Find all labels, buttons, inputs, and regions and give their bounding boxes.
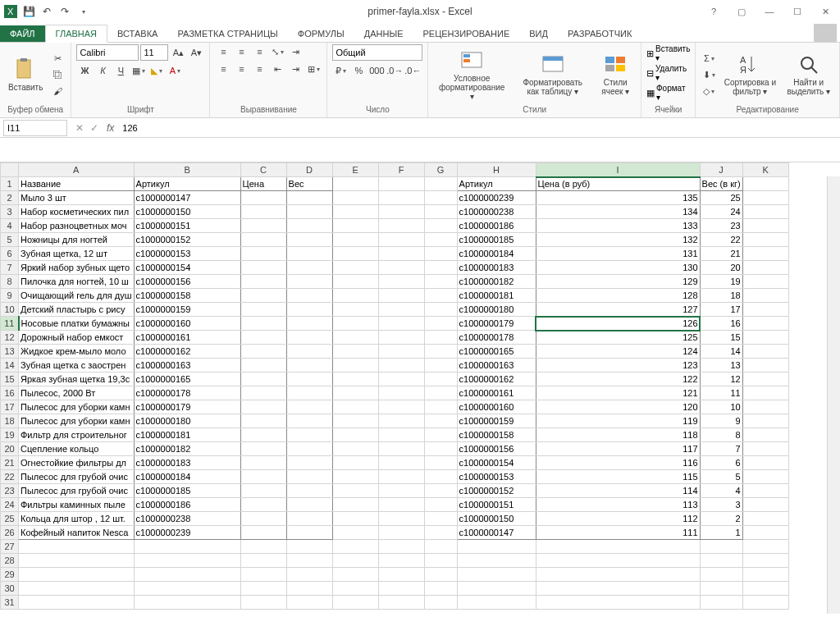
cell-B23[interactable]: с1000000185: [134, 484, 240, 498]
cell-A16[interactable]: Пылесос, 2000 Вт: [19, 386, 135, 400]
cell-C23[interactable]: [240, 484, 286, 498]
cell-A8[interactable]: Пилочка для ногтей, 10 ш: [19, 275, 135, 289]
col-header-B[interactable]: B: [134, 163, 240, 177]
cell-G11[interactable]: [424, 317, 457, 331]
name-box[interactable]: [3, 120, 67, 136]
cell-G14[interactable]: [424, 359, 457, 373]
row-header-4[interactable]: 4: [1, 219, 19, 233]
save-icon[interactable]: 💾: [21, 4, 36, 19]
row-header-26[interactable]: 26: [1, 526, 19, 540]
cell-E8[interactable]: [332, 275, 378, 289]
cell-H14[interactable]: с1000000163: [457, 359, 536, 373]
fx-icon[interactable]: fx: [107, 122, 119, 134]
cell-K7[interactable]: [742, 261, 788, 275]
align-bottom-icon[interactable]: ≡: [251, 44, 267, 59]
cell-I1[interactable]: Цена (в руб): [536, 177, 700, 191]
cell-C4[interactable]: [240, 219, 286, 233]
cell-C26[interactable]: [240, 526, 286, 540]
cell-D31[interactable]: [286, 596, 332, 610]
cell-A24[interactable]: Фильтры каминных пыле: [19, 498, 135, 512]
tab-view[interactable]: ВИД: [519, 25, 558, 42]
row-header-28[interactable]: 28: [1, 554, 19, 568]
cell-G26[interactable]: [424, 526, 457, 540]
spreadsheet-grid[interactable]: ABCDEFGHIJK1НазваниеАртикулЦенаВесАртику…: [0, 162, 789, 610]
cell-E27[interactable]: [332, 540, 378, 554]
format-painter-icon[interactable]: 🖌: [49, 84, 66, 98]
row-header-1[interactable]: 1: [1, 177, 19, 191]
cell-A26[interactable]: Кофейный напиток Nesca: [19, 526, 135, 540]
cell-G3[interactable]: [424, 205, 457, 219]
cell-G25[interactable]: [424, 512, 457, 526]
maximize-button[interactable]: ☐: [788, 3, 807, 20]
format-as-table-button[interactable]: Форматировать как таблицу ▾: [514, 52, 591, 98]
row-header-12[interactable]: 12: [1, 331, 19, 345]
cell-A7[interactable]: Яркий набор зубных щето: [19, 261, 135, 275]
font-name-input[interactable]: [76, 44, 139, 61]
cell-F25[interactable]: [378, 512, 424, 526]
cell-F9[interactable]: [378, 289, 424, 303]
cell-H20[interactable]: с1000000156: [457, 442, 536, 456]
cell-B5[interactable]: с1000000152: [134, 233, 240, 247]
cell-J16[interactable]: 11: [700, 386, 742, 400]
cell-K16[interactable]: [742, 386, 788, 400]
cell-J23[interactable]: 4: [700, 484, 742, 498]
cell-B18[interactable]: с1000000180: [134, 414, 240, 428]
cell-D25[interactable]: [286, 512, 332, 526]
cell-H2[interactable]: с1000000239: [457, 191, 536, 205]
cell-E24[interactable]: [332, 498, 378, 512]
border-button[interactable]: ▦: [130, 63, 147, 78]
cell-E13[interactable]: [332, 345, 378, 359]
cell-C6[interactable]: [240, 247, 286, 261]
cell-K29[interactable]: [742, 568, 788, 582]
cell-J30[interactable]: [700, 582, 742, 596]
cell-G31[interactable]: [424, 596, 457, 610]
comma-icon[interactable]: 000: [368, 63, 385, 78]
cell-B27[interactable]: [134, 540, 240, 554]
cell-B8[interactable]: с1000000156: [134, 275, 240, 289]
cell-B26[interactable]: с1000000239: [134, 526, 240, 540]
cell-D17[interactable]: [286, 400, 332, 414]
cell-I13[interactable]: 124: [536, 345, 700, 359]
cell-H12[interactable]: с1000000178: [457, 331, 536, 345]
cell-H4[interactable]: с1000000186: [457, 219, 536, 233]
cell-J21[interactable]: 6: [700, 456, 742, 470]
number-format-input[interactable]: [332, 44, 422, 61]
cell-K1[interactable]: [742, 177, 788, 191]
cell-J3[interactable]: 24: [700, 205, 742, 219]
cell-G28[interactable]: [424, 554, 457, 568]
cell-G16[interactable]: [424, 386, 457, 400]
cell-E20[interactable]: [332, 442, 378, 456]
row-header-31[interactable]: 31: [1, 596, 19, 610]
cell-I11[interactable]: 126: [536, 317, 700, 331]
cell-C27[interactable]: [240, 540, 286, 554]
row-header-22[interactable]: 22: [1, 470, 19, 484]
insert-cells-button[interactable]: ⊞Вставить ▾: [646, 44, 690, 62]
cell-B30[interactable]: [134, 582, 240, 596]
cell-F15[interactable]: [378, 373, 424, 386]
cell-E16[interactable]: [332, 386, 378, 400]
cell-C24[interactable]: [240, 498, 286, 512]
cell-D13[interactable]: [286, 345, 332, 359]
cell-C3[interactable]: [240, 205, 286, 219]
cell-G17[interactable]: [424, 400, 457, 414]
cell-C29[interactable]: [240, 568, 286, 582]
fill-color-button[interactable]: ◣: [148, 63, 165, 78]
cancel-formula-icon[interactable]: ✕: [75, 122, 84, 134]
cell-D18[interactable]: [286, 414, 332, 428]
row-header-16[interactable]: 16: [1, 386, 19, 400]
cell-H21[interactable]: с1000000154: [457, 456, 536, 470]
cell-E25[interactable]: [332, 512, 378, 526]
cell-E31[interactable]: [332, 596, 378, 610]
cell-C25[interactable]: [240, 512, 286, 526]
autosum-icon[interactable]: Σ: [701, 51, 717, 66]
cell-E18[interactable]: [332, 414, 378, 428]
bold-button[interactable]: Ж: [76, 63, 93, 78]
cell-F23[interactable]: [378, 484, 424, 498]
cell-B12[interactable]: с1000000161: [134, 331, 240, 345]
cell-D11[interactable]: [286, 317, 332, 331]
cell-H1[interactable]: Артикул: [457, 177, 536, 191]
cell-B13[interactable]: с1000000162: [134, 345, 240, 359]
cell-C12[interactable]: [240, 331, 286, 345]
cell-H18[interactable]: с1000000159: [457, 414, 536, 428]
cell-G22[interactable]: [424, 470, 457, 484]
